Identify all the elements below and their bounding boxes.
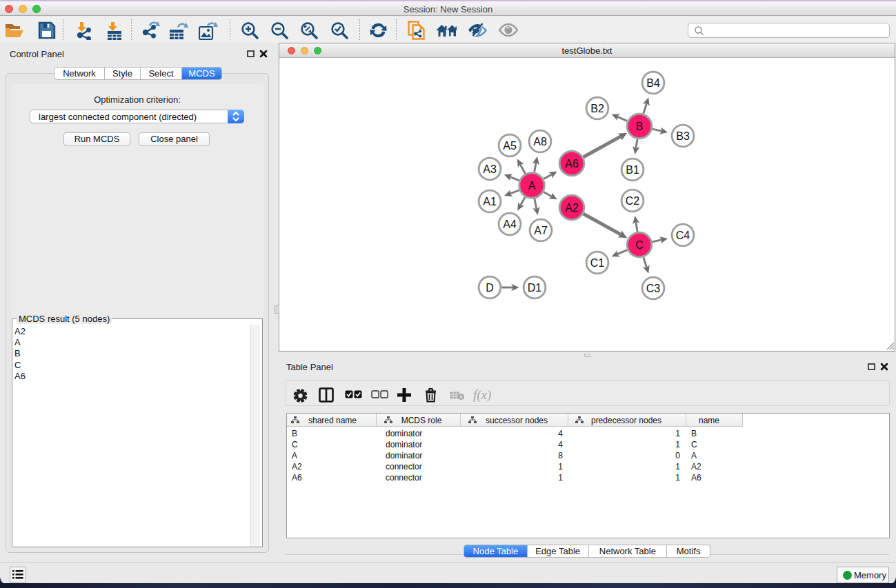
svg-text:A1: A1: [483, 196, 497, 207]
svg-text:B1: B1: [626, 164, 639, 176]
svg-text:A6: A6: [565, 158, 579, 170]
svg-text:D: D: [486, 282, 494, 294]
svg-text:A8: A8: [533, 136, 547, 148]
svg-text:B3: B3: [676, 130, 690, 142]
svg-text:C4: C4: [676, 230, 690, 241]
svg-text:B2: B2: [590, 103, 604, 114]
svg-text:A2: A2: [565, 202, 579, 214]
svg-text:B: B: [636, 121, 644, 132]
svg-text:C: C: [635, 239, 644, 251]
svg-text:A3: A3: [483, 163, 497, 175]
svg-text:D1: D1: [528, 282, 542, 294]
svg-text:C1: C1: [590, 257, 605, 269]
svg-text:A4: A4: [503, 219, 517, 230]
svg-text:C2: C2: [626, 195, 640, 207]
svg-text:C3: C3: [646, 283, 661, 294]
svg-text:B4: B4: [646, 77, 660, 89]
svg-text:A7: A7: [534, 225, 548, 236]
svg-text:A: A: [528, 180, 536, 192]
svg-text:A5: A5: [503, 140, 517, 152]
